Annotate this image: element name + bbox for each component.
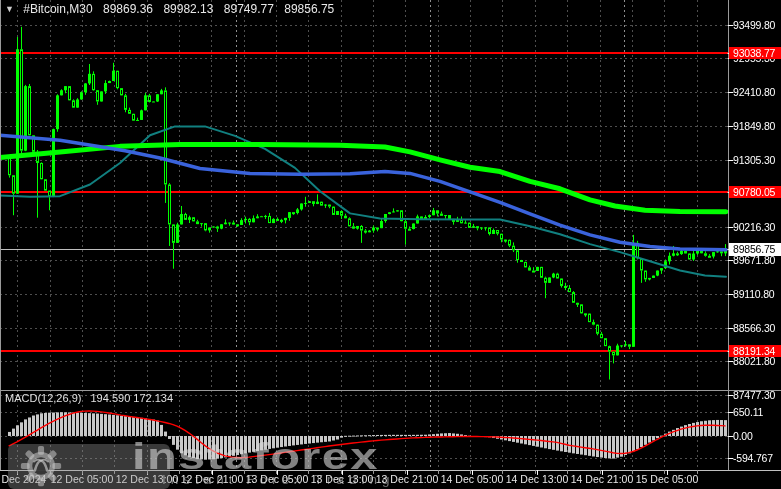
chart-title: ▼ #Bitcoin,M30 89869.36 89982.13 89749.7… xyxy=(5,2,341,16)
ohlc-low-value: 89749.77 xyxy=(224,2,274,16)
price-chart-canvas[interactable] xyxy=(0,0,781,489)
ohlc-high-value: 89982.13 xyxy=(163,2,213,16)
macd-values-label: 194.590 172.134 xyxy=(90,392,173,404)
symbol-period-label: #Bitcoin,M30 xyxy=(23,2,92,16)
symbol-dropdown-icon[interactable]: ▼ xyxy=(5,4,14,14)
trading-chart-window: ▼ #Bitcoin,M30 89869.36 89982.13 89749.7… xyxy=(0,0,781,489)
macd-indicator-label: MACD(12,26,9) 194.590 172.134 xyxy=(5,392,173,404)
macd-params-label: MACD(12,26,9) xyxy=(5,392,81,404)
ohlc-open-value: 89869.36 xyxy=(103,2,153,16)
ohlc-close-value: 89856.75 xyxy=(284,2,334,16)
